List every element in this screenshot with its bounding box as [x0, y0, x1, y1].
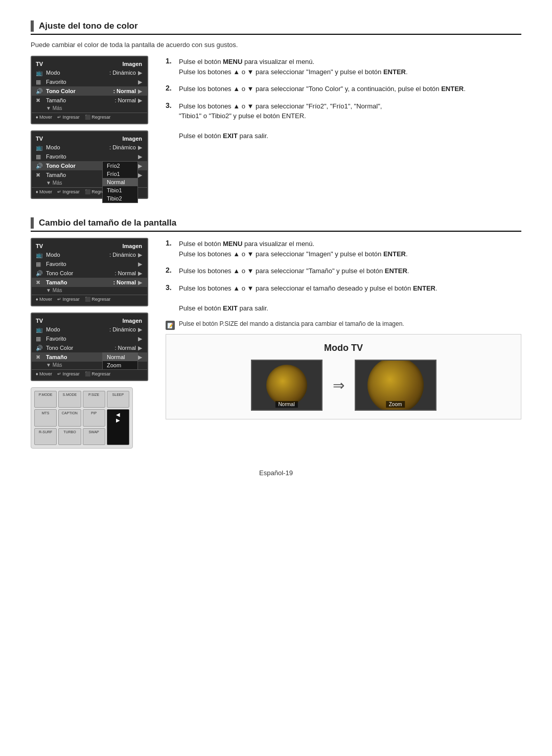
section2-content: TV Imagen 📺 Modo : Dinámico ▶ ▦ Favorito… — [31, 238, 521, 449]
normal-label: Normal — [275, 401, 297, 408]
tv-icon-7: 🔊 — [36, 163, 43, 169]
tv-icon-8: ✖ — [36, 172, 40, 179]
tv-icon-4: ✖ — [36, 97, 40, 104]
tv-icon-1: 📺 — [36, 70, 43, 76]
page-footer: Español-19 — [31, 469, 521, 477]
arrow-symbol: ⇒ — [333, 377, 344, 394]
section2-step3: 3. Pulse los botones ▲ o ▼ para seleccio… — [166, 283, 521, 314]
tv-icon-14: ▦ — [36, 336, 41, 342]
tv-row-modo-2: 📺 Modo : Dinámico ▶ — [32, 143, 147, 152]
tv-row-tonocolor-2: 🔊 Tono Color : Frío2 ▶ Frío2 Frío1 Norma… — [32, 161, 147, 170]
remote-btn-psize: P.SIZE — [83, 391, 105, 408]
tv-row-tonocolor-4: 🔊 Tono Color : Normal ▶ — [32, 343, 147, 352]
zoom-label: Zoom — [386, 401, 405, 408]
section1-title: Ajuste del tono de color — [31, 20, 521, 35]
tv-icon-11: 🔊 — [36, 270, 43, 277]
section-screen-size: Cambio del tamaño de la pantalla TV Imag… — [31, 217, 521, 449]
tv-row-tamano-3: ✖ Tamaño : Normal ▶ — [32, 278, 147, 287]
tone-dropdown: Frío2 Frío1 Normal Tibio1 Tibio2 — [102, 161, 138, 203]
modo-tv-normal-container: Normal — [251, 360, 323, 411]
remote-btn-arrow-area: ◀▶ — [107, 409, 129, 445]
section2-note-text: Pulse el botón P.SIZE del mando a distan… — [179, 320, 404, 327]
tv-icon-9: 📺 — [36, 252, 43, 258]
modo-tv-title: Modo TV — [176, 343, 511, 353]
section2-screens: TV Imagen 📺 Modo : Dinámico ▶ ▦ Favorito… — [31, 238, 153, 449]
tv-icon-15: 🔊 — [36, 345, 43, 351]
remote-btn-pip: PIP — [83, 409, 105, 426]
modo-tv-images: Normal ⇒ Zoom — [176, 360, 511, 411]
section2-note: 📝 Pulse el botón P.SIZE del mando a dist… — [166, 320, 521, 330]
tv-row-favorito-4: ▦ Favorito ▶ — [32, 334, 147, 343]
tv-row-favorito-1: ▦ Favorito ▶ — [32, 77, 147, 86]
modo-tv-box: Modo TV Normal ⇒ Zoom — [166, 334, 521, 419]
section2-step1: 1. Pulse el botón MENU para visualizar e… — [166, 239, 521, 259]
section1-step2: 2. Pulse los botones ▲ o ▼ para seleccio… — [166, 84, 521, 94]
remote-btn-caption: CAPTION — [58, 409, 81, 426]
tv-screen-1: TV Imagen 📺 Modo : Dinámico ▶ ▦ Favorito… — [31, 56, 148, 124]
tv-icon-10: ▦ — [36, 261, 41, 268]
tv-screen-4: TV Imagen 📺 Modo : Dinámico ▶ ▦ Favorito… — [31, 313, 148, 381]
section1-step1: 1. Pulse el botón MENU para visualizar e… — [166, 57, 521, 77]
tv-icon-5: 📺 — [36, 144, 43, 151]
remote-control: P.MODE S.MODE P.SIZE SLEEP MTS CAPTION P… — [31, 387, 133, 449]
note-icon: 📝 — [166, 321, 175, 330]
tv-row-tamano-4: ✖ Tamaño : Normal ▶ Normal Zoom — [32, 352, 147, 362]
tv-row-favorito-2: ▦ Favorito ▶ — [32, 152, 147, 161]
section1-content: TV Imagen 📺 Modo : Dinámico ▶ ▦ Favorito… — [31, 56, 521, 199]
size-dropdown: Normal Zoom — [102, 352, 138, 370]
tv-icon-13: 📺 — [36, 326, 43, 333]
remote-btn-smode: S.MODE — [58, 391, 81, 408]
tv-icon-16: ✖ — [36, 354, 40, 361]
tv-row-favorito-3: ▦ Favorito ▶ — [32, 259, 147, 269]
section2-step2: 2. Pulse los botones ▲ o ▼ para seleccio… — [166, 266, 521, 276]
tv-screen-2: TV Imagen 📺 Modo : Dinámico ▶ ▦ Favorito… — [31, 130, 148, 199]
section1-desc: Puede cambiar el color de toda la pantal… — [31, 41, 521, 49]
remote-btn-mts: MTS — [34, 409, 57, 426]
modo-tv-zoom-frame: Zoom — [355, 360, 436, 411]
section2-instructions: 1. Pulse el botón MENU para visualizar e… — [166, 238, 521, 419]
tv-row-modo-1: 📺 Modo : Dinámico ▶ — [32, 68, 147, 77]
tv-icon-2: ▦ — [36, 79, 41, 85]
sunflower-normal — [266, 365, 307, 406]
section-color-tone: Ajuste del tono de color Puede cambiar e… — [31, 20, 521, 199]
tv-icon-3: 🔊 — [36, 88, 43, 95]
remote-btn-pmode: P.MODE — [34, 391, 57, 408]
tv-icon-6: ▦ — [36, 153, 41, 160]
tv-row-tonocolor-1: 🔊 Tono Color : Normal ▶ — [32, 86, 147, 96]
remote-btn-turbo: TURBO — [58, 428, 81, 445]
modo-tv-normal-frame: Normal — [251, 360, 323, 411]
section1-step3: 3. Pulse los botones ▲ o ▼ para seleccio… — [166, 101, 521, 141]
tv-screen-3: TV Imagen 📺 Modo : Dinámico ▶ ▦ Favorito… — [31, 238, 148, 306]
remote-btn-sleep: SLEEP — [107, 391, 129, 408]
modo-tv-zoom-container: Zoom — [355, 360, 436, 411]
remote-btn-rsurf: R-SURF — [34, 428, 57, 445]
section1-instructions: 1. Pulse el botón MENU para visualizar e… — [166, 56, 521, 148]
section2-title: Cambio del tamaño de la pantalla — [31, 217, 521, 232]
tv-row-modo-3: 📺 Modo : Dinámico ▶ — [32, 250, 147, 259]
tv-icon-12: ✖ — [36, 279, 40, 286]
section1-screens: TV Imagen 📺 Modo : Dinámico ▶ ▦ Favorito… — [31, 56, 153, 199]
tv-row-modo-4: 📺 Modo : Dinámico ▶ — [32, 325, 147, 334]
tv-row-tonocolor-3: 🔊 Tono Color : Normal ▶ — [32, 269, 147, 278]
remote-btn-swap: SWAP — [83, 428, 105, 445]
tv-row-tamano-1: ✖ Tamaño : Normal ▶ — [32, 96, 147, 105]
